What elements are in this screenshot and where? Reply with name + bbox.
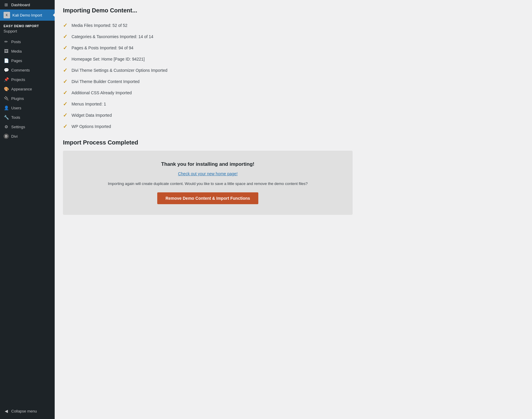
tools-icon: 🔧 <box>4 115 9 120</box>
projects-label: Projects <box>11 77 25 82</box>
appearance-label: Appearance <box>11 87 32 91</box>
posts-label: Posts <box>11 40 21 44</box>
sidebar-item-settings[interactable]: ⚙ Settings <box>0 122 55 131</box>
import-item-text: Media Files Imported: 52 of 52 <box>72 23 127 28</box>
sidebar-item-dashboard[interactable]: ⊞ Dashboard <box>0 0 55 9</box>
checkmark-icon: ✓ <box>63 101 67 107</box>
import-item-text: WP Options Imported <box>72 124 111 129</box>
sidebar-item-appearance[interactable]: 🎨 Appearance <box>0 84 55 94</box>
sidebar-item-comments[interactable]: 💬 Comments <box>0 65 55 75</box>
tools-label: Tools <box>11 115 20 120</box>
list-item: ✓ Divi Theme Builder Content Imported <box>63 76 524 87</box>
import-list: ✓ Media Files Imported: 52 of 52 ✓ Categ… <box>63 20 524 132</box>
import-item-text: Menus Imported: 1 <box>72 102 106 106</box>
sidebar-item-divi[interactable]: D Divi <box>0 131 55 141</box>
import-item-text: Homepage Set: Home [Page ID: 94221] <box>72 57 145 61</box>
list-item: ✓ Menus Imported: 1 <box>63 98 524 110</box>
media-label: Media <box>11 49 22 53</box>
main-content: Importing Demo Content... ✓ Media Files … <box>55 0 532 419</box>
checkmark-icon: ✓ <box>63 124 67 129</box>
sidebar-item-plugins[interactable]: 🔌 Plugins <box>0 94 55 103</box>
list-item: ✓ Media Files Imported: 52 of 52 <box>63 20 524 31</box>
pages-icon: 📄 <box>4 58 9 63</box>
list-item: ✓ WP Options Imported <box>63 121 524 132</box>
avatar-icon: K <box>4 12 10 18</box>
sidebar-item-users[interactable]: 👤 Users <box>0 103 55 113</box>
list-item: ✓ Additional CSS Already Imported <box>63 87 524 98</box>
sidebar-item-posts[interactable]: ✏ Posts <box>0 37 55 46</box>
sidebar-item-pages[interactable]: 📄 Pages <box>0 56 55 65</box>
import-item-text: Divi Theme Settings & Customizer Options… <box>72 68 167 73</box>
sidebar-item-tools[interactable]: 🔧 Tools <box>0 113 55 122</box>
checkmark-icon: ✓ <box>63 79 67 84</box>
users-label: Users <box>11 106 21 110</box>
complete-title: Import Process Completed <box>63 139 524 146</box>
list-item: ✓ Divi Theme Settings & Customizer Optio… <box>63 65 524 76</box>
thank-you-heading: Thank you for installing and importing! <box>70 161 346 167</box>
comments-label: Comments <box>11 68 30 72</box>
collapse-label: Collapse menu <box>11 409 37 413</box>
collapse-icon: ◀ <box>4 408 9 414</box>
checkmark-icon: ✓ <box>63 23 67 28</box>
checkmark-icon: ✓ <box>63 113 67 118</box>
projects-icon: 📌 <box>4 77 9 82</box>
media-icon: 🖼 <box>4 48 9 54</box>
duplicate-note: Importing again will create duplicate co… <box>70 181 346 186</box>
sidebar-item-projects[interactable]: 📌 Projects <box>0 75 55 84</box>
appearance-icon: 🎨 <box>4 86 9 92</box>
checkmark-icon: ✓ <box>63 90 67 95</box>
checkmark-icon: ✓ <box>63 45 67 51</box>
users-icon: 👤 <box>4 105 9 111</box>
sidebar-item-dashboard-label: Dashboard <box>11 3 30 7</box>
divi-label: Divi <box>11 134 18 139</box>
support-link[interactable]: Support <box>4 28 51 36</box>
sidebar-section-easy-demo: Easy Demo Import Support <box>0 21 55 37</box>
sidebar-item-media[interactable]: 🖼 Media <box>0 46 55 56</box>
divi-icon: D <box>4 134 9 139</box>
posts-icon: ✏ <box>4 39 9 44</box>
checkmark-icon: ✓ <box>63 34 67 39</box>
settings-label: Settings <box>11 125 25 129</box>
dashboard-icon: ⊞ <box>4 2 9 7</box>
page-title: Importing Demo Content... <box>63 7 524 14</box>
sidebar-item-kali-demo[interactable]: K Kali Demo Import <box>0 9 55 21</box>
completion-box: Thank you for installing and importing! … <box>63 151 353 215</box>
list-item: ✓ Homepage Set: Home [Page ID: 94221] <box>63 53 524 65</box>
import-item-text: Additional CSS Already Imported <box>72 90 132 95</box>
list-item: ✓ Categories & Taxonomies Imported: 14 o… <box>63 31 524 42</box>
checkmark-icon: ✓ <box>63 56 67 62</box>
import-item-text: Widget Data Imported <box>72 113 112 118</box>
settings-icon: ⚙ <box>4 124 9 129</box>
list-item: ✓ Widget Data Imported <box>63 110 524 121</box>
import-item-text: Pages & Posts Imported: 94 of 94 <box>72 46 133 50</box>
remove-demo-button[interactable]: Remove Demo Content & Import Functions <box>157 192 258 204</box>
collapse-menu[interactable]: ◀ Collapse menu <box>0 406 55 416</box>
import-item-text: Categories & Taxonomies Imported: 14 of … <box>72 34 153 39</box>
plugins-icon: 🔌 <box>4 96 9 101</box>
kali-label: Kali Demo Import <box>12 13 42 17</box>
list-item: ✓ Pages & Posts Imported: 94 of 94 <box>63 42 524 53</box>
home-page-link[interactable]: Check out your new home page! <box>70 171 346 176</box>
plugins-label: Plugins <box>11 96 24 101</box>
pages-label: Pages <box>11 59 22 63</box>
comments-icon: 💬 <box>4 67 9 73</box>
easy-demo-title: Easy Demo Import <box>4 23 51 28</box>
checkmark-icon: ✓ <box>63 68 67 73</box>
sidebar: ⊞ Dashboard K Kali Demo Import Easy Demo… <box>0 0 55 419</box>
import-item-text: Divi Theme Builder Content Imported <box>72 79 140 84</box>
